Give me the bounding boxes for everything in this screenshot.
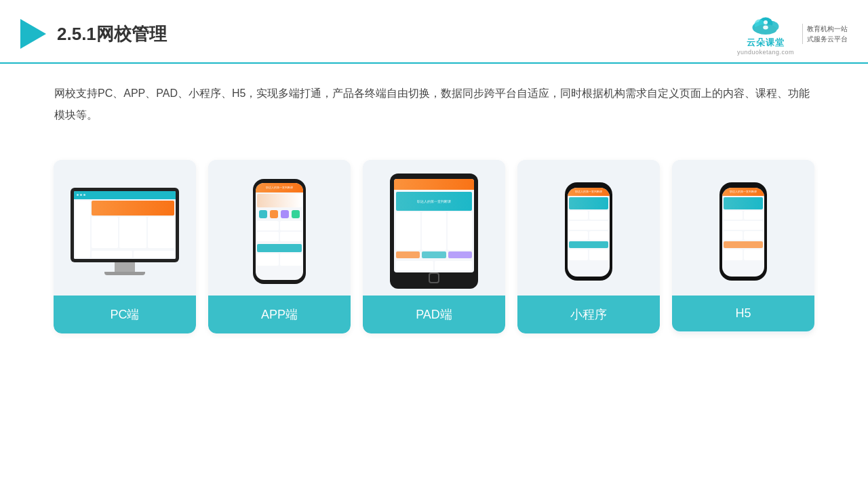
card-h5: 职达人的第一堂判断课 — [672, 160, 814, 333]
brand-url: yunduoketang.com — [737, 49, 794, 56]
card-pad-label: PAD端 — [363, 296, 505, 333]
brand-logo: 云朵课堂 yunduoketang.com 教育机构一站 式服务云平台 — [737, 12, 848, 56]
card-app-label: APP端 — [208, 296, 351, 333]
card-pc: PC端 — [54, 160, 196, 333]
pc-monitor-icon — [71, 188, 179, 275]
card-miniprogram-label: 小程序 — [517, 296, 660, 333]
svg-point-5 — [764, 20, 768, 24]
pad-tablet-icon: 职达人的第一堂判断课 — [390, 174, 478, 289]
card-miniprogram-image: 职达人的第一堂判断课 — [517, 160, 660, 296]
description-paragraph: 网校支持PC、APP、PAD、小程序、H5，实现多端打通，产品各终端自由切换，数… — [54, 83, 814, 126]
card-h5-image: 职达人的第一堂判断课 — [672, 160, 814, 296]
cloud-logo-wrap: 云朵课堂 yunduoketang.com — [737, 12, 794, 56]
app-phone-icon: 职达人的第一堂判断课 — [253, 179, 306, 284]
logo-triangle-icon — [20, 19, 46, 49]
card-pc-label: PC端 — [54, 296, 196, 333]
page-title: 2.5.1网校管理 — [57, 22, 167, 46]
miniprogram-phone-icon: 职达人的第一堂判断课 — [565, 182, 612, 281]
brand-slogan-line1: 教育机构一站 — [807, 24, 848, 34]
header-left: 2.5.1网校管理 — [20, 19, 167, 49]
card-miniprogram: 职达人的第一堂判断课 — [517, 160, 660, 333]
card-app: 职达人的第一堂判断课 — [208, 160, 351, 333]
card-pad-image: 职达人的第一堂判断课 — [363, 160, 505, 296]
card-app-image: 职达人的第一堂判断课 — [208, 160, 351, 296]
h5-phone-icon: 职达人的第一堂判断课 — [719, 182, 767, 281]
description-text: 网校支持PC、APP、PAD、小程序、H5，实现多端打通，产品各终端自由切换，数… — [0, 64, 868, 133]
cards-container: PC端 职达人的第一堂判断课 — [0, 140, 868, 347]
card-h5-label: H5 — [672, 296, 814, 331]
brand-name: 云朵课堂 — [747, 37, 785, 49]
card-pc-image — [54, 160, 196, 296]
card-pad: 职达人的第一堂判断课 — [363, 160, 505, 333]
header: 2.5.1网校管理 云朵课堂 yunduoketang.com 教育机构一站 式… — [0, 0, 868, 64]
brand-slogan-line2: 式服务云平台 — [807, 34, 848, 44]
brand-slogan: 教育机构一站 式服务云平台 — [802, 24, 848, 44]
cloud-icon — [745, 12, 786, 37]
svg-point-6 — [763, 26, 768, 30]
